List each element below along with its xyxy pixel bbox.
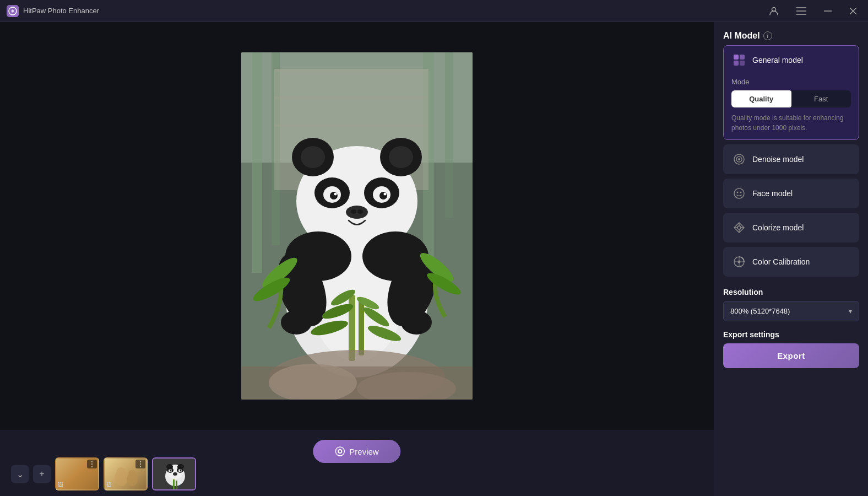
face-model-icon — [731, 186, 747, 201]
general-model-icon — [731, 52, 747, 68]
svg-point-75 — [166, 464, 173, 470]
close-button[interactable] — [845, 5, 861, 17]
svg-point-87 — [737, 192, 739, 193]
svg-point-85 — [738, 158, 740, 160]
app-logo — [7, 5, 19, 17]
ai-model-section: AI Model i General model — [723, 31, 859, 281]
profile-button[interactable] — [764, 4, 783, 18]
svg-point-63 — [117, 467, 126, 474]
mode-section: Mode Quality Fast Quality mode is suitab… — [731, 73, 851, 133]
ai-model-info-icon[interactable]: i — [763, 31, 772, 40]
app-title: HitPaw Photo Enhancer — [23, 7, 99, 15]
add-icon: + — [39, 469, 44, 479]
svg-point-74 — [173, 472, 177, 476]
general-model-header: General model — [731, 52, 851, 68]
svg-point-88 — [740, 192, 742, 193]
resolution-section: Resolution 800% (5120*7648) ▾ — [723, 288, 859, 321]
right-panel: AI Model i General model — [714, 22, 868, 496]
hamburger-button[interactable] — [792, 5, 811, 17]
svg-rect-82 — [740, 61, 745, 66]
svg-point-34 — [301, 146, 325, 168]
svg-point-27 — [334, 193, 337, 196]
export-settings-label: Export settings — [723, 330, 859, 339]
fast-mode-button[interactable]: Fast — [791, 90, 851, 107]
svg-point-26 — [379, 192, 387, 200]
preview-button[interactable]: Preview — [313, 440, 400, 463]
svg-point-60 — [339, 450, 341, 452]
colorize-model-label: Colorize model — [752, 223, 804, 232]
denoise-model-icon — [731, 152, 747, 167]
main-image — [241, 52, 473, 400]
color-calibration-icon — [731, 254, 747, 269]
add-image-button[interactable]: + — [33, 465, 51, 483]
face-model-card[interactable]: Face model — [723, 179, 859, 208]
color-calibration-card[interactable]: Color Calibration — [723, 247, 859, 277]
svg-rect-81 — [734, 61, 739, 66]
minimize-button[interactable] — [820, 8, 836, 14]
svg-point-29 — [346, 206, 368, 219]
chevron-down-icon: ▾ — [849, 308, 852, 315]
colorize-model-card[interactable]: Colorize model — [723, 213, 859, 242]
export-button[interactable]: Export — [723, 343, 859, 368]
resolution-label: Resolution — [723, 288, 859, 296]
svg-point-30 — [351, 209, 356, 214]
main-layout: Preview ⌄ + ⋮ 🖼 ⋮ 🖼 — [0, 22, 868, 496]
svg-point-40 — [281, 310, 312, 335]
general-model-label: General model — [752, 56, 803, 64]
export-settings-section: Export settings Export — [723, 330, 859, 368]
thumbnail-2[interactable]: ⋮ 🖼 — [104, 457, 148, 490]
svg-point-28 — [384, 193, 387, 196]
general-model-card[interactable]: General model Mode Quality Fast Quality … — [723, 45, 859, 140]
image-viewport — [0, 22, 714, 430]
thumb-1-type-icon: 🖼 — [58, 482, 63, 488]
color-calibration-label: Color Calibration — [752, 257, 810, 266]
bottom-bar: Preview ⌄ + ⋮ 🖼 ⋮ 🖼 — [0, 430, 714, 496]
svg-rect-10 — [252, 52, 262, 273]
canvas-area: Preview ⌄ + ⋮ 🖼 ⋮ 🖼 — [0, 22, 714, 496]
svg-rect-15 — [274, 69, 428, 72]
svg-point-31 — [357, 209, 363, 214]
thumbnail-3[interactable]: ⋮ 🖼 — [152, 457, 196, 490]
svg-rect-43 — [359, 300, 364, 355]
collapse-button[interactable]: ⌄ — [11, 465, 29, 483]
thumb-1-menu-button[interactable]: ⋮ — [87, 460, 97, 468]
svg-rect-79 — [734, 55, 739, 60]
title-bar: HitPaw Photo Enhancer — [0, 0, 868, 22]
denoise-model-card[interactable]: Denoise model — [723, 144, 859, 174]
svg-rect-13 — [445, 52, 453, 218]
face-model-label: Face model — [752, 189, 793, 198]
denoise-model-label: Denoise model — [752, 155, 804, 164]
svg-point-25 — [330, 192, 338, 200]
svg-point-41 — [401, 310, 432, 335]
preview-btn-label: Preview — [349, 447, 378, 456]
svg-point-97 — [738, 261, 741, 263]
colorize-model-icon — [731, 220, 747, 235]
svg-point-76 — [177, 464, 184, 470]
ai-model-title: AI Model i — [723, 31, 859, 41]
svg-point-73 — [180, 470, 182, 472]
resolution-select[interactable]: 800% (5120*7648) ▾ — [723, 301, 859, 321]
svg-point-35 — [389, 146, 413, 168]
svg-rect-77 — [173, 479, 175, 489]
title-bar-right — [764, 4, 861, 18]
svg-rect-17 — [274, 124, 428, 127]
svg-point-89 — [737, 226, 741, 229]
svg-rect-78 — [176, 481, 177, 489]
title-bar-left: HitPaw Photo Enhancer — [7, 5, 99, 17]
svg-point-72 — [170, 470, 172, 472]
mode-description: Quality mode is suitable for enhancing p… — [731, 113, 851, 133]
svg-rect-80 — [740, 55, 745, 60]
mode-toggle: Quality Fast — [731, 90, 851, 107]
svg-point-64 — [128, 470, 136, 476]
svg-rect-16 — [274, 96, 428, 99]
resolution-value: 800% (5120*7648) — [730, 307, 790, 315]
collapse-icon: ⌄ — [17, 469, 24, 479]
mode-label: Mode — [731, 78, 851, 86]
thumbnail-1[interactable]: ⋮ 🖼 — [55, 457, 99, 490]
svg-point-86 — [734, 188, 744, 198]
quality-mode-button[interactable]: Quality — [731, 90, 791, 107]
